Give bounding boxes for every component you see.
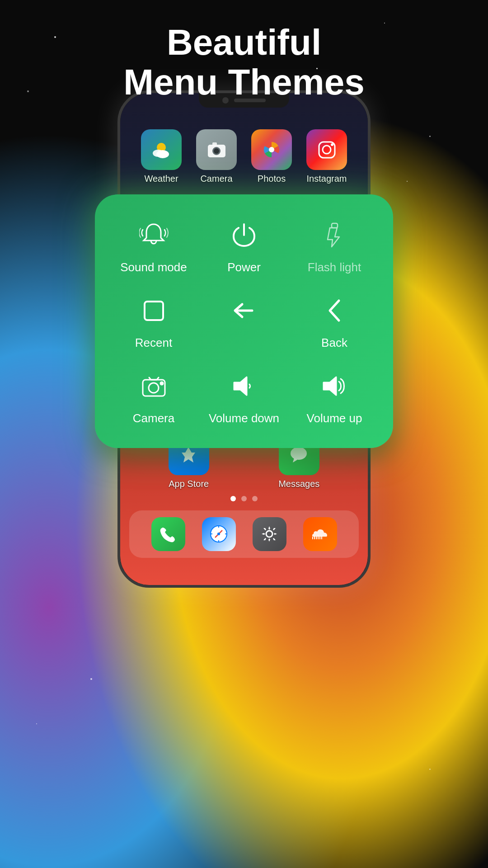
volume-down-icon [230, 368, 259, 404]
volume-up-label: Volume up [307, 411, 362, 425]
power-item[interactable]: Power [203, 217, 285, 274]
camera-app-icon[interactable]: Camera [196, 129, 237, 184]
sound-mode-icon [139, 217, 169, 253]
settings-icon-bg [253, 517, 286, 551]
safari-dock-icon[interactable] [202, 517, 236, 551]
vol-down-svg [230, 372, 259, 401]
flash-light-item[interactable]: Flash light [294, 217, 375, 274]
back-item[interactable]: Back [294, 292, 375, 350]
back-arrow-icon [230, 292, 259, 329]
chevron-svg [320, 296, 349, 326]
svg-point-10 [331, 143, 333, 146]
photos-svg [259, 137, 284, 162]
svg-point-9 [323, 146, 331, 154]
volume-down-item[interactable]: Volume down [203, 368, 285, 425]
weather-svg [149, 137, 174, 162]
weather-icon-bg [141, 129, 182, 170]
instagram-svg [314, 137, 339, 162]
phone-icon-bg [151, 517, 185, 551]
soundcloud-icon-bg [303, 517, 337, 551]
weather-label: Weather [144, 174, 178, 184]
camera-menu-icon [139, 368, 169, 404]
instagram-icon-bg [306, 129, 347, 170]
flash-light-label: Flash light [308, 260, 361, 274]
recent-label: Recent [135, 336, 172, 350]
camera-svg [204, 137, 229, 162]
safari-svg [209, 524, 229, 544]
soundcloud-svg [310, 524, 330, 544]
sound-mode-item[interactable]: Sound mode [113, 217, 194, 274]
recent-svg [139, 296, 169, 326]
svg-point-7 [269, 147, 274, 152]
recent-icon [139, 292, 169, 329]
phone-bottom-area: App Store Messages [120, 434, 368, 558]
menu-grid: Sound mode Power Flash light [113, 217, 375, 425]
messages-label: Messages [278, 479, 319, 489]
svg-rect-20 [321, 536, 322, 539]
camera-label: Camera [200, 174, 232, 184]
svg-rect-19 [319, 536, 320, 539]
app-grid-row1: Weather Camera [120, 120, 368, 193]
arrow-svg [230, 296, 259, 326]
sound-mode-label: Sound mode [120, 260, 187, 274]
recent-item[interactable]: Recent [113, 292, 194, 350]
svg-point-2 [156, 150, 169, 158]
camera-icon-bg [196, 129, 237, 170]
appstore-label: App Store [169, 479, 209, 489]
back-arrow-item[interactable] [203, 292, 285, 350]
svg-point-25 [160, 382, 163, 385]
instagram-label: Instagram [307, 174, 347, 184]
photos-icon-bg [251, 129, 292, 170]
soundcloud-dock-icon[interactable] [303, 517, 337, 551]
power-icon [230, 217, 259, 253]
svg-rect-15 [312, 537, 313, 539]
volume-down-label: Volume down [209, 411, 279, 425]
weather-app-icon[interactable]: Weather [141, 129, 182, 184]
svg-point-24 [149, 383, 159, 393]
flash-light-icon [320, 217, 349, 253]
settings-dock-icon[interactable] [253, 517, 286, 551]
back-label: Back [321, 336, 347, 350]
camera-menu-svg [139, 372, 169, 401]
svg-rect-17 [316, 536, 317, 539]
green-menu-overlay: Sound mode Power Flash light [95, 194, 393, 448]
svg-rect-21 [332, 223, 338, 228]
phone-dock [129, 510, 359, 558]
photos-label: Photos [258, 174, 286, 184]
bell-svg [139, 221, 169, 250]
svg-rect-16 [314, 536, 315, 539]
svg-point-11 [291, 447, 307, 460]
vol-up-svg [320, 372, 349, 401]
settings-svg [259, 524, 280, 544]
svg-rect-18 [318, 535, 319, 539]
volume-up-icon [320, 368, 349, 404]
flashlight-svg [320, 221, 349, 250]
svg-point-14 [266, 531, 272, 537]
svg-point-5 [214, 148, 219, 154]
camera-item[interactable]: Camera [113, 368, 194, 425]
dot-2 [241, 496, 247, 501]
phone-call-svg [158, 524, 178, 544]
photos-app-icon[interactable]: Photos [251, 129, 292, 184]
power-svg [230, 221, 259, 250]
volume-up-item[interactable]: Volume up [294, 368, 375, 425]
phone-dock-icon[interactable] [151, 517, 185, 551]
dot-1 [230, 496, 236, 501]
camera-menu-label: Camera [133, 411, 174, 425]
svg-rect-22 [145, 302, 163, 320]
instagram-app-icon[interactable]: Instagram [306, 129, 347, 184]
svg-point-13 [217, 533, 220, 535]
dot-3 [252, 496, 258, 501]
safari-icon-bg [202, 517, 236, 551]
page-indicator [120, 496, 368, 501]
power-label: Power [227, 260, 261, 274]
back-chevron-icon [320, 292, 349, 329]
svg-rect-6 [212, 142, 217, 146]
main-title: Beautiful Menu Themes [0, 23, 488, 102]
